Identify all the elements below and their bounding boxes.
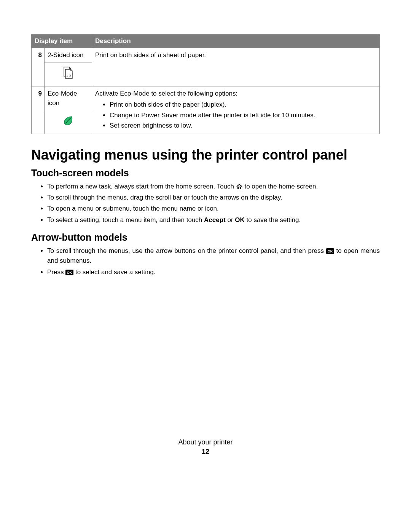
list-item: To scroll through the menus, use the arr… (47, 246, 380, 266)
eco-bullet: Set screen brightness to low. (110, 121, 376, 131)
row-name: 2-Sided icon (45, 48, 92, 62)
display-item-table: Display item Description 8 2-Sided icon … (31, 34, 380, 134)
svg-text:1: 1 (66, 74, 68, 78)
list-item: To perform a new task, always start from… (47, 182, 380, 192)
page-number: 12 (0, 448, 411, 456)
svg-text:2: 2 (69, 74, 71, 78)
section-heading: Navigating menus using the printer contr… (31, 147, 380, 163)
row-description: Print on both sides of a sheet of paper. (92, 48, 380, 86)
row-number: 9 (32, 86, 45, 134)
ok-icon: OK (326, 247, 334, 253)
touch-screen-list: To perform a new task, always start from… (47, 182, 380, 225)
row-name: Eco-Mode icon (45, 86, 92, 111)
table-row: 9 Eco-Mode icon Activate Eco-Mode to sel… (32, 86, 380, 111)
home-icon (236, 183, 243, 189)
footer-section-title: About your printer (0, 438, 411, 446)
svg-text:OK: OK (327, 249, 333, 253)
table-row: 8 2-Sided icon Print on both sides of a … (32, 48, 380, 62)
subsection-heading-touch: Touch-screen models (31, 168, 380, 179)
list-item: To scroll through the menus, drag the sc… (47, 193, 380, 203)
subsection-heading-arrow: Arrow-button models (31, 232, 380, 243)
ok-icon: OK (65, 268, 73, 274)
list-item: Press OK to select and save a setting. (47, 267, 380, 277)
list-item: To open a menu or submenu, touch the men… (47, 204, 380, 214)
list-item: To select a setting, touch a menu item, … (47, 215, 380, 225)
row-number: 8 (32, 48, 45, 86)
row-description: Activate Eco-Mode to select the followin… (92, 86, 380, 134)
table-header-description: Description (92, 35, 380, 48)
eco-mode-icon (62, 115, 74, 126)
table-header-display-item: Display item (32, 35, 92, 48)
two-sided-icon: 1 2 (62, 66, 75, 79)
eco-bullet: Print on both sides of the paper (duplex… (110, 100, 376, 110)
page-footer: About your printer 12 (0, 438, 411, 456)
arrow-button-list: To scroll through the menus, use the arr… (47, 246, 380, 277)
svg-rect-2 (239, 187, 240, 189)
svg-text:OK: OK (67, 271, 72, 275)
eco-bullet: Change to Power Saver mode after the pri… (110, 110, 376, 120)
